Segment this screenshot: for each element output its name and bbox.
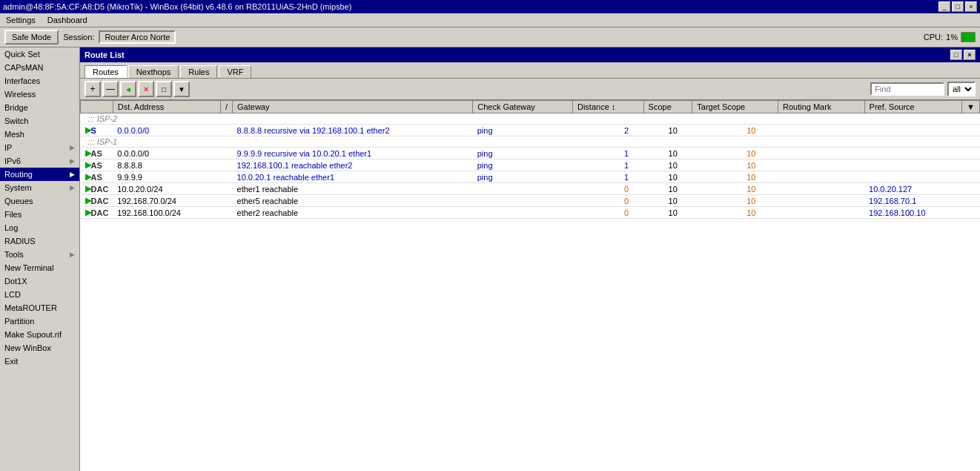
table-body: ::: ISP-2 ▶ S 0.0.0.0/0 8.8.8.8 recursiv…: [81, 113, 980, 219]
row-target-scope: 10: [692, 125, 778, 136]
sidebar-item-log[interactable]: Log: [0, 221, 79, 234]
table-row[interactable]: ▶ S 0.0.0.0/0 8.8.8.8 recursive via 192.…: [81, 125, 980, 136]
content-area: Route List □ × Routes Nexthops Rules VRF…: [80, 47, 980, 471]
route-table-container[interactable]: Dst. Address / Gateway Check Gateway Dis…: [80, 100, 980, 471]
row-scope: 10: [643, 159, 692, 171]
disable-button[interactable]: ✕: [138, 81, 154, 97]
row-check-gw: [473, 195, 573, 207]
row-pref-source: 192.168.70.1: [864, 195, 962, 207]
cpu-bar: [961, 32, 976, 42]
window-restore-button[interactable]: □: [950, 50, 962, 60]
close-button[interactable]: ×: [965, 1, 977, 12]
col-routing-mark[interactable]: Routing Mark: [778, 101, 864, 113]
row-extra: [962, 148, 980, 159]
row-distance: 1: [572, 159, 643, 171]
routing-arrow: ▶: [70, 171, 75, 178]
col-dst[interactable]: Dst. Address: [113, 101, 220, 113]
sidebar: Quick Set CAPsMAN Interfaces Wireless Br…: [0, 47, 80, 471]
sidebar-item-ipv6[interactable]: IPv6▶: [0, 154, 79, 168]
sidebar-item-radius[interactable]: RADIUS: [0, 234, 79, 248]
sidebar-item-lcd[interactable]: LCD: [0, 288, 79, 301]
row-routing-mark: [778, 171, 864, 183]
col-gateway[interactable]: Gateway: [233, 101, 473, 113]
sidebar-item-mesh[interactable]: Mesh: [0, 128, 79, 141]
sidebar-item-capsman[interactable]: CAPsMAN: [0, 61, 79, 74]
window-close-button[interactable]: ×: [964, 50, 976, 60]
row-slash: [220, 125, 232, 136]
tab-rules[interactable]: Rules: [180, 65, 217, 78]
row-dst: 0.0.0.0/0: [113, 148, 220, 159]
table-row[interactable]: ▶ DAC 192.168.70.0/24 ether5 reachable 0…: [81, 195, 980, 207]
row-distance: 1: [572, 148, 643, 159]
col-type[interactable]: [81, 101, 113, 113]
row-target-scope: 10: [692, 207, 778, 219]
row-check-gw: [473, 207, 573, 219]
table-row[interactable]: ▶ AS 9.9.9.9 10.0.20.1 reachable ether1 …: [81, 171, 980, 183]
sidebar-item-ip[interactable]: IP▶: [0, 141, 79, 154]
col-target-scope[interactable]: Target Scope: [692, 101, 778, 113]
row-extra: [962, 125, 980, 136]
col-distance[interactable]: Distance ↕: [572, 101, 643, 113]
sidebar-item-queues[interactable]: Queues: [0, 194, 79, 208]
session-bar: Safe Mode Session: Router Arco Norte CPU…: [0, 27, 980, 47]
row-distance: 0: [572, 183, 643, 195]
col-slash: /: [220, 101, 232, 113]
col-pref-source[interactable]: Pref. Source: [864, 101, 962, 113]
cpu-label: CPU:: [924, 33, 943, 42]
sidebar-item-exit[interactable]: Exit: [0, 355, 79, 368]
sidebar-item-metarouter[interactable]: MetaROUTER: [0, 301, 79, 314]
row-routing-mark: [778, 195, 864, 207]
sidebar-item-files[interactable]: Files: [0, 208, 79, 221]
tab-nexthops[interactable]: Nexthops: [128, 65, 179, 78]
maximize-button[interactable]: □: [952, 1, 964, 12]
row-extra: [962, 183, 980, 195]
safe-mode-button[interactable]: Safe Mode: [4, 30, 59, 45]
row-target-scope: 10: [692, 148, 778, 159]
row-pref-source: [864, 171, 962, 183]
find-input[interactable]: [870, 82, 944, 96]
copy-button[interactable]: □: [156, 81, 172, 97]
sidebar-item-make-supout[interactable]: Make Supout.rif: [0, 328, 79, 341]
remove-button[interactable]: —: [102, 81, 119, 97]
filter-button[interactable]: ▼: [173, 81, 190, 97]
row-dst: 0.0.0.0/0: [113, 125, 220, 136]
ipv6-arrow: ▶: [70, 157, 75, 165]
table-row[interactable]: ▶ DAC 10.0.20.0/24 ether1 reachable 0 10…: [81, 183, 980, 195]
table-row[interactable]: ▶ AS 0.0.0.0/0 9.9.9.9 recursive via 10.…: [81, 148, 980, 159]
tab-routes[interactable]: Routes: [85, 65, 127, 78]
sidebar-item-quickset[interactable]: Quick Set: [0, 47, 79, 61]
col-scope[interactable]: Scope: [643, 101, 692, 113]
sidebar-item-wireless[interactable]: Wireless: [0, 88, 79, 101]
sidebar-item-new-winbox[interactable]: New WinBox: [0, 341, 79, 355]
add-button[interactable]: +: [85, 81, 101, 97]
row-scope: 10: [643, 171, 692, 183]
row-check-gw: [473, 183, 573, 195]
tab-vrf[interactable]: VRF: [219, 65, 251, 78]
sidebar-item-routing[interactable]: Routing▶: [0, 168, 79, 181]
menu-settings[interactable]: Settings: [3, 15, 39, 25]
row-gateway: 9.9.9.9 recursive via 10.0.20.1 ether1: [233, 148, 473, 159]
menu-bar: Settings Dashboard: [0, 13, 980, 27]
filter-dropdown[interactable]: all: [947, 82, 976, 96]
row-gateway: 192.168.100.1 reachable ether2: [233, 159, 473, 171]
sidebar-item-interfaces[interactable]: Interfaces: [0, 74, 79, 88]
menu-dashboard[interactable]: Dashboard: [44, 15, 90, 25]
sidebar-item-dot1x[interactable]: Dot1X: [0, 274, 79, 288]
sidebar-item-partition[interactable]: Partition: [0, 314, 79, 328]
row-check-gw: ping: [473, 171, 573, 183]
sidebar-item-switch[interactable]: Switch: [0, 114, 79, 128]
row-routing-mark: [778, 148, 864, 159]
minimize-button[interactable]: _: [938, 1, 950, 12]
sidebar-item-system[interactable]: System▶: [0, 181, 79, 194]
sidebar-item-tools[interactable]: Tools▶: [0, 248, 79, 261]
row-distance: 1: [572, 171, 643, 183]
col-check-gw[interactable]: Check Gateway: [473, 101, 573, 113]
enable-button[interactable]: ◄: [120, 81, 136, 97]
table-row[interactable]: ▶ AS 8.8.8.8 192.168.100.1 reachable eth…: [81, 159, 980, 171]
sidebar-item-bridge[interactable]: Bridge: [0, 101, 79, 114]
row-scope: 10: [643, 148, 692, 159]
row-scope: 10: [643, 183, 692, 195]
sidebar-item-new-terminal[interactable]: New Terminal: [0, 261, 79, 274]
table-row[interactable]: ▶ DAC 192.168.100.0/24 ether2 reachable …: [81, 207, 980, 219]
row-dst: 9.9.9.9: [113, 171, 220, 183]
